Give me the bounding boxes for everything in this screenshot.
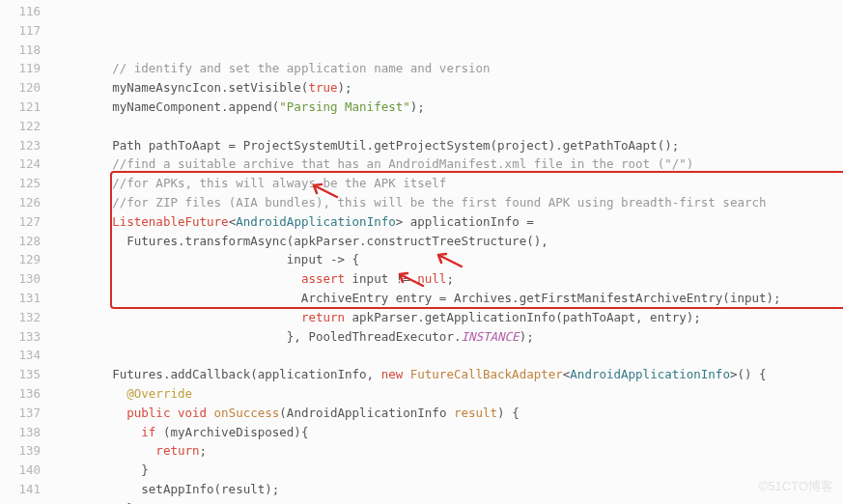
code-line[interactable]: myNameComponent.append("Parsing Manifest… xyxy=(54,98,843,117)
line-number: 126 xyxy=(0,193,41,212)
code-area[interactable]: // identify and set the application name… xyxy=(54,0,843,504)
code-line[interactable]: } xyxy=(54,499,843,504)
line-number: 117 xyxy=(0,21,41,41)
line-number: 138 xyxy=(0,423,41,442)
line-number: 137 xyxy=(0,404,41,423)
line-number: 132 xyxy=(0,308,41,327)
line-number: 127 xyxy=(0,212,41,232)
code-line[interactable]: Futures.transformAsync(apkParser.constru… xyxy=(54,232,843,251)
line-number: 118 xyxy=(0,41,41,60)
line-number: 141 xyxy=(0,480,41,499)
code-line[interactable]: setAppInfo(result); xyxy=(54,480,843,499)
code-editor[interactable]: 1161171181191201211221231241251261271281… xyxy=(0,0,843,504)
line-number: 134 xyxy=(0,346,41,365)
watermark: ©51CTO博客 xyxy=(759,477,833,496)
line-number: 139 xyxy=(0,441,41,461)
code-line[interactable]: assert input != null; xyxy=(54,269,843,289)
code-line[interactable]: ListenableFuture<AndroidApplicationInfo>… xyxy=(54,212,843,232)
code-line[interactable]: ArchiveEntry entry = Archives.getFirstMa… xyxy=(54,289,843,308)
code-line[interactable]: input -> { xyxy=(54,250,843,269)
code-line[interactable]: if (myArchiveDisposed){ xyxy=(54,423,843,442)
line-number: 130 xyxy=(0,269,41,289)
code-line[interactable]: Futures.addCallback(applicationInfo, new… xyxy=(54,365,843,384)
line-number: 128 xyxy=(0,232,41,251)
line-number: 122 xyxy=(0,117,41,136)
code-line[interactable]: //for APKs, this will always be the APK … xyxy=(54,174,843,193)
line-number: 140 xyxy=(0,461,41,480)
code-line[interactable] xyxy=(54,346,843,365)
code-line[interactable]: }, PooledThreadExecutor.INSTANCE); xyxy=(54,327,843,347)
line-number: 125 xyxy=(0,174,41,193)
code-line[interactable]: } xyxy=(54,461,843,480)
line-number: 116 xyxy=(0,2,41,21)
code-line[interactable]: myNameAsyncIcon.setVisible(true); xyxy=(54,78,843,98)
code-line[interactable]: public void onSuccess(AndroidApplication… xyxy=(54,404,843,423)
line-number: 133 xyxy=(0,327,41,347)
code-line[interactable]: Path pathToAapt = ProjectSystemUtil.getP… xyxy=(54,136,843,155)
line-number: 131 xyxy=(0,289,41,308)
code-line[interactable]: //for ZIP files (AIA bundles), this will… xyxy=(54,193,843,212)
line-number: 123 xyxy=(0,136,41,155)
line-number: 129 xyxy=(0,250,41,269)
code-line[interactable]: @Override xyxy=(54,384,843,404)
line-number: 124 xyxy=(0,154,41,174)
code-line[interactable]: return apkParser.getApplicationInfo(path… xyxy=(54,308,843,327)
line-number: 121 xyxy=(0,98,41,117)
code-line[interactable] xyxy=(54,117,843,136)
line-number: 135 xyxy=(0,365,41,384)
line-number: 136 xyxy=(0,384,41,404)
code-line[interactable]: // identify and set the application name… xyxy=(54,59,843,78)
line-number: 120 xyxy=(0,78,41,98)
line-number: 119 xyxy=(0,59,41,78)
line-number-gutter: 1161171181191201211221231241251261271281… xyxy=(0,0,54,504)
code-line[interactable]: //find a suitable archive that has an An… xyxy=(54,154,843,174)
code-line[interactable]: return; xyxy=(54,441,843,461)
